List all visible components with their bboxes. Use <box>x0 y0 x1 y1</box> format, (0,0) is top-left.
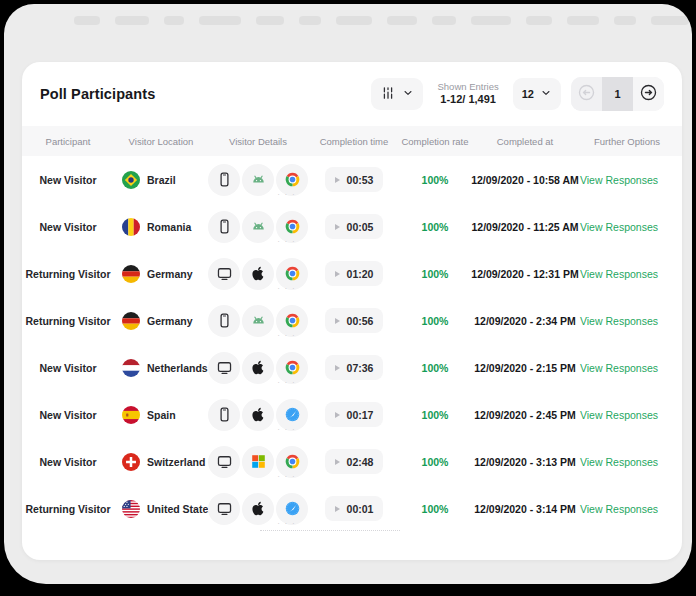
play-completion-time-button[interactable]: 00:17 <box>325 402 384 427</box>
participant-type: New Visitor <box>40 221 97 233</box>
participant-cell: Returning Visitor <box>22 315 114 327</box>
page-size-dropdown[interactable]: 12 <box>513 78 561 110</box>
visitor-location-cell: Netherlands <box>114 359 208 377</box>
participant-type: Returning Visitor <box>26 268 111 280</box>
country-label: Netherlands <box>147 362 208 374</box>
view-responses-link[interactable]: View Responses <box>580 174 658 186</box>
play-completion-time-button[interactable]: 00:53 <box>325 167 384 192</box>
further-options-cell: View Responses <box>580 503 682 515</box>
view-responses-link[interactable]: View Responses <box>580 503 658 515</box>
table-body: New Visitor Brazil . . . 00:53 100% 12/0… <box>22 156 682 532</box>
filter-button[interactable] <box>371 78 423 110</box>
view-responses-link[interactable]: View Responses <box>580 315 658 327</box>
completion-rate-cell: 100% <box>400 503 470 515</box>
completion-rate-cell: 100% <box>400 315 470 327</box>
play-completion-time-button[interactable]: 00:01 <box>325 496 384 521</box>
usa-flag-icon <box>122 500 140 518</box>
country-label: United States <box>147 503 214 515</box>
completion-rate-value: 100% <box>422 315 449 327</box>
chevron-down-icon <box>540 87 552 102</box>
desktop-icon <box>208 352 240 384</box>
completion-rate-value: 100% <box>422 268 449 280</box>
play-icon <box>335 318 340 324</box>
play-completion-time-button[interactable]: 00:05 <box>325 214 384 239</box>
mobile-icon <box>208 399 240 431</box>
completion-time-value: 02:48 <box>347 456 374 468</box>
completion-time-value: 00:56 <box>347 315 374 327</box>
participant-cell: New Visitor <box>22 174 114 186</box>
desktop-icon <box>208 446 240 478</box>
country-label: Brazil <box>147 174 176 186</box>
view-responses-link[interactable]: View Responses <box>580 268 658 280</box>
completion-rate-value: 100% <box>422 456 449 468</box>
completed-at-cell: 12/09/2020 - 2:34 PM <box>470 315 580 327</box>
page-size-value: 12 <box>522 88 534 100</box>
view-responses-link[interactable]: View Responses <box>580 409 658 421</box>
more-details-dots: . . . <box>277 423 296 432</box>
further-options-cell: View Responses <box>580 268 682 280</box>
completion-rate-value: 100% <box>422 221 449 233</box>
current-page[interactable]: 1 <box>602 77 633 111</box>
arrow-left-circle-icon <box>577 83 596 105</box>
mobile-icon <box>208 211 240 243</box>
participant-cell: Returning Visitor <box>22 268 114 280</box>
play-icon <box>335 224 340 230</box>
next-page-button[interactable] <box>633 77 664 111</box>
completion-time-cell: 00:53 <box>308 167 400 192</box>
participant-type: New Visitor <box>40 174 97 186</box>
completion-rate-value: 100% <box>422 409 449 421</box>
participant-type: New Visitor <box>40 362 97 374</box>
play-completion-time-button[interactable]: 00:56 <box>325 308 384 333</box>
play-icon <box>335 365 340 371</box>
view-responses-link[interactable]: View Responses <box>580 221 658 233</box>
visitor-details-cell: . . . <box>208 352 308 384</box>
chevron-down-icon <box>402 87 414 102</box>
completion-time-value: 07:36 <box>347 362 374 374</box>
participant-cell: New Visitor <box>22 221 114 233</box>
completion-time-value: 00:17 <box>347 409 374 421</box>
table-row: New Visitor Netherlands . . . 07:36 100%… <box>22 344 682 391</box>
column-header-completed-at: Completed at <box>470 136 580 147</box>
sliders-icon <box>380 85 396 104</box>
previous-page-button[interactable] <box>571 77 602 111</box>
visitor-location-cell: Brazil <box>114 171 208 189</box>
further-options-cell: View Responses <box>580 456 682 468</box>
column-header-visitor-location: Visitor Location <box>114 136 208 147</box>
completion-rate-cell: 100% <box>400 221 470 233</box>
completed-at-value: 12/09/2020 - 3:13 PM <box>474 456 576 468</box>
android-icon <box>242 211 274 243</box>
page-title: Poll Participants <box>40 86 155 102</box>
completed-at-cell: 12/09/2020 - 3:14 PM <box>470 503 580 515</box>
app-window: Poll Participants Shown Entries 1-12/ 1,… <box>4 4 692 584</box>
completion-time-value: 01:20 <box>347 268 374 280</box>
visitor-location-cell: Spain <box>114 406 208 424</box>
card-header: Poll Participants Shown Entries 1-12/ 1,… <box>22 62 682 126</box>
view-responses-link[interactable]: View Responses <box>580 362 658 374</box>
apple-icon <box>242 493 274 525</box>
table-header-row: Participant Visitor Location Visitor Det… <box>22 126 682 156</box>
pagination: 1 <box>571 77 664 111</box>
visitor-details-cell: . . . <box>208 493 308 525</box>
brazil-flag-icon <box>122 171 140 189</box>
visitor-location-cell: Switzerland <box>114 453 208 471</box>
completion-time-cell: 00:05 <box>308 214 400 239</box>
completed-at-value: 12/09/2020 - 12:31 PM <box>471 268 578 280</box>
further-options-cell: View Responses <box>580 221 682 233</box>
completion-time-cell: 07:36 <box>308 355 400 380</box>
play-completion-time-button[interactable]: 07:36 <box>325 355 384 380</box>
completed-at-cell: 12/09/2020 - 2:45 PM <box>470 409 580 421</box>
completed-at-cell: 12/09/2020 - 3:13 PM <box>470 456 580 468</box>
header-controls: Shown Entries 1-12/ 1,491 12 1 <box>371 77 664 111</box>
country-label: Switzerland <box>147 456 205 468</box>
completion-rate-value: 100% <box>422 174 449 186</box>
table-row: New Visitor Switzerland . . . 02:48 100%… <box>22 438 682 485</box>
view-responses-link[interactable]: View Responses <box>580 456 658 468</box>
play-completion-time-button[interactable]: 02:48 <box>325 449 384 474</box>
netherlands-flag-icon <box>122 359 140 377</box>
country-label: Germany <box>147 315 193 327</box>
more-details-dots: . . . <box>277 188 296 197</box>
completion-rate-value: 100% <box>422 362 449 374</box>
visitor-details-cell: . . . <box>208 211 308 243</box>
column-header-further-options: Further Options <box>580 136 682 147</box>
play-completion-time-button[interactable]: 01:20 <box>325 261 384 286</box>
